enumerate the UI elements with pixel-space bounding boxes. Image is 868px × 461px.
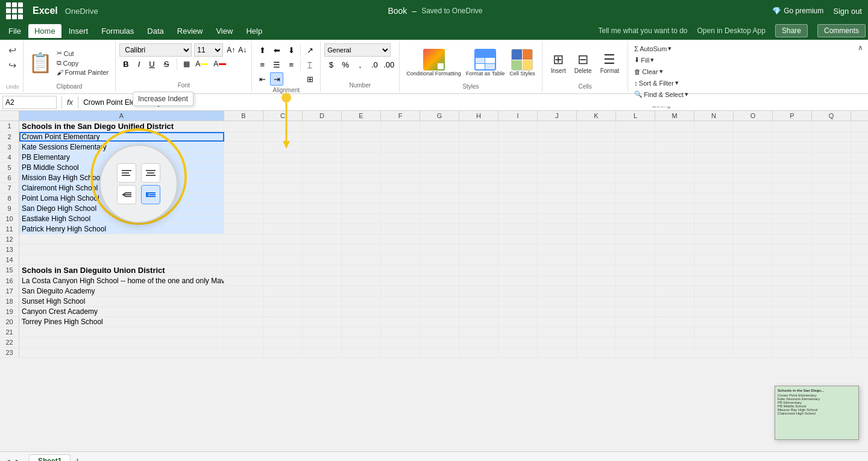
grid-cell[interactable] [577,224,616,234]
grid-cell[interactable]: Sunset High School [19,296,224,306]
grid-cell[interactable] [420,286,459,296]
delete-cells-button[interactable]: ⊟ Delete [571,50,596,76]
grid-cell[interactable] [459,286,498,296]
grid-cell[interactable] [616,121,655,131]
grid-cell[interactable] [694,234,734,244]
grid-cell[interactable] [498,224,538,234]
grid-cell[interactable] [381,307,420,316]
grid-cell[interactable] [224,152,263,162]
grid-cell[interactable] [734,286,773,296]
grid-cell[interactable] [459,132,498,142]
grid-cell[interactable] [734,152,773,162]
grid-cell[interactable] [342,317,381,327]
grid-cell[interactable] [655,152,694,162]
grid-cell[interactable] [498,204,538,213]
grid-cell[interactable] [851,163,868,172]
grid-cell[interactable] [459,214,498,224]
grid-cell[interactable] [773,307,812,316]
sheet-nav-right[interactable]: ▶ [16,457,23,461]
grid-cell[interactable] [342,234,381,244]
grid-cell[interactable] [538,348,577,357]
grid-cell[interactable] [303,193,342,203]
grid-cell[interactable] [224,327,263,337]
grid-cell[interactable] [381,317,420,327]
grid-cell[interactable] [381,142,420,152]
grid-cell[interactable] [773,265,812,275]
grid-cell[interactable] [342,132,381,142]
grid-cell[interactable] [420,296,459,306]
col-header-j[interactable]: J [538,111,577,121]
grid-cell[interactable] [224,142,263,152]
grid-cell[interactable] [851,204,868,213]
grid-cell[interactable] [459,307,498,316]
grid-cell[interactable] [420,276,459,286]
strikethrough-button[interactable]: S [160,58,173,70]
ribbon-collapse-button[interactable]: ∧ [855,41,866,54]
grid-cell[interactable] [694,214,734,224]
grid-cell[interactable] [812,204,851,213]
grid-cell[interactable] [538,142,577,152]
align-bottom-button[interactable]: ⬇ [285,43,298,57]
grid-cell[interactable] [577,214,616,224]
grid-cell[interactable] [773,121,812,131]
grid-cell[interactable] [538,307,577,316]
col-header-m[interactable]: M [655,111,694,121]
grid-cell[interactable] [224,121,263,131]
grid-cell[interactable] [734,234,773,244]
grid-cell[interactable] [655,317,694,327]
col-header-c[interactable]: C [263,111,303,121]
grid-cell[interactable] [224,348,263,357]
cut-button[interactable]: ✂ Cut [55,49,111,58]
grid-cell[interactable] [538,193,577,203]
grid-cell[interactable] [812,337,851,347]
orientation-button[interactable]: ↗ [303,43,316,57]
row-number[interactable]: 21 [0,327,19,337]
grid-cell[interactable] [498,265,538,275]
grid-cell[interactable] [655,204,694,213]
grid-cell[interactable] [655,163,694,172]
grid-cell[interactable] [773,214,812,224]
grid-cell[interactable] [734,121,773,131]
conditional-formatting-button[interactable]: Conditional Formatting [404,47,463,78]
grid-cell[interactable] [616,327,655,337]
grid-cell[interactable] [694,286,734,296]
col-header-b[interactable]: B [224,111,263,121]
grid-cell[interactable] [263,307,303,316]
grid-cell[interactable] [616,255,655,265]
grid-cell[interactable] [577,255,616,265]
grid-cell[interactable] [655,337,694,347]
grid-cell[interactable] [773,193,812,203]
grid-cell[interactable] [812,286,851,296]
grid-cell[interactable] [538,121,577,131]
grid-cell[interactable] [303,163,342,172]
grid-cell[interactable] [538,286,577,296]
grid-cell[interactable] [694,121,734,131]
grid-cell[interactable] [538,276,577,286]
grid-cell[interactable] [498,348,538,357]
grid-cell[interactable] [773,204,812,213]
grid-cell[interactable] [773,317,812,327]
grid-cell[interactable] [538,255,577,265]
grid-cell[interactable] [420,317,459,327]
copy-button[interactable]: ⧉ Copy [55,58,111,67]
row-number[interactable]: 4 [0,152,19,162]
grid-cell[interactable]: Schools in San Dieguito Union District [19,265,224,275]
grid-cell[interactable] [694,276,734,286]
grid-cell[interactable] [577,276,616,286]
grid-cell[interactable] [303,348,342,357]
row-number[interactable]: 7 [0,183,19,193]
grid-cell[interactable] [851,255,868,265]
grid-cell[interactable] [420,204,459,213]
grid-cell[interactable] [381,276,420,286]
grid-cell[interactable] [538,245,577,254]
grid-cell[interactable] [851,152,868,162]
grid-cell[interactable] [538,152,577,162]
redo-button[interactable]: ↪ [6,58,19,72]
grid-cell[interactable] [303,132,342,142]
menu-file[interactable]: File [2,24,27,38]
menu-view[interactable]: View [210,24,239,38]
grid-cell[interactable] [577,193,616,203]
grid-cell[interactable] [773,348,812,357]
grid-cell[interactable] [381,286,420,296]
popup-decrease-indent[interactable] [117,185,136,204]
